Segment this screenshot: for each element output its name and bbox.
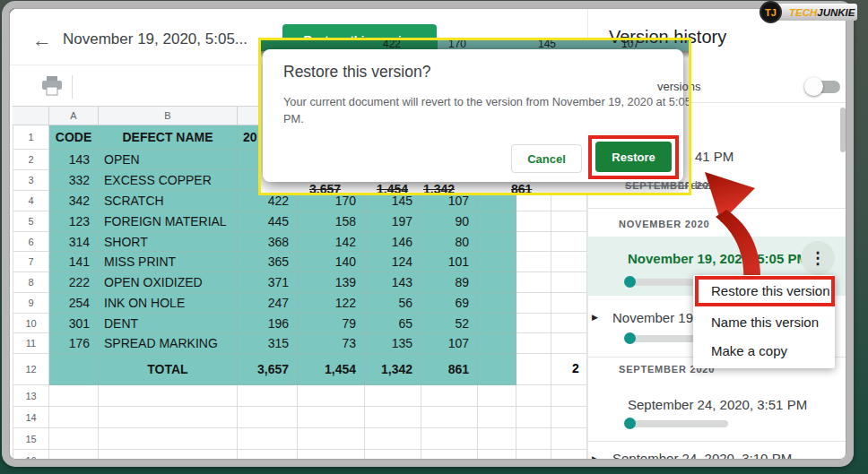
grid-cell[interactable]: 65	[365, 314, 421, 333]
grid-cell[interactable]: OPEN OXIDIZED	[99, 272, 238, 293]
grid-cell[interactable]: 176	[49, 333, 99, 354]
grid-cell[interactable]	[99, 385, 238, 407]
grid-cell[interactable]	[551, 293, 587, 314]
grid-cell[interactable]	[478, 354, 516, 385]
grid-cell[interactable]	[478, 211, 516, 232]
grid-cell[interactable]	[478, 428, 516, 450]
grid-cell[interactable]: 69	[421, 293, 478, 314]
menu-item-name-this-version[interactable]: Name this version	[711, 315, 819, 330]
grid-cell[interactable]: DENT	[99, 314, 238, 333]
grid-cell[interactable]	[421, 450, 478, 471]
grid-cell[interactable]: 140	[298, 252, 365, 272]
grid-cell[interactable]	[551, 407, 587, 428]
grid-cell[interactable]	[551, 232, 587, 252]
grid-cell[interactable]	[49, 428, 99, 450]
grid-cell[interactable]	[551, 333, 587, 354]
grid-cell[interactable]: 158	[298, 211, 365, 232]
grid-cell[interactable]: 143	[365, 272, 421, 293]
grid-cell[interactable]	[551, 272, 587, 293]
grid-cell[interactable]: 73	[298, 333, 365, 354]
grid-cell[interactable]	[49, 407, 99, 428]
row-header[interactable]: 12	[13, 354, 49, 385]
row-header[interactable]: 13	[13, 385, 49, 407]
row-header[interactable]: 1	[13, 125, 49, 150]
grid-cell[interactable]	[238, 407, 298, 428]
grid-cell[interactable]	[551, 428, 587, 450]
grid-cell[interactable]	[516, 428, 551, 450]
grid-cell[interactable]	[551, 211, 587, 232]
grid-cell[interactable]: FOREIGN MATERIAL	[99, 211, 238, 232]
toggle-knob[interactable]	[804, 77, 823, 96]
grid-cell[interactable]: 365	[238, 252, 298, 272]
grid-cell[interactable]: 142	[298, 232, 365, 252]
grid-cell[interactable]: CODE	[49, 125, 99, 150]
grid-cell[interactable]: 90	[421, 211, 478, 232]
grid-cell[interactable]: 196	[238, 314, 298, 333]
grid-cell[interactable]	[516, 333, 551, 354]
back-arrow-icon[interactable]: ←	[32, 29, 52, 52]
grid-cell[interactable]	[516, 232, 551, 252]
grid-cell[interactable]: 301	[49, 314, 99, 333]
grid-cell[interactable]: DEFECT NAME	[99, 125, 238, 150]
row-header[interactable]: 10	[13, 314, 49, 333]
grid-cell[interactable]	[516, 211, 551, 232]
grid-cell[interactable]: 89	[421, 272, 478, 293]
grid-corner[interactable]	[13, 106, 49, 125]
grid-cell[interactable]	[99, 450, 238, 471]
grid-cell[interactable]	[478, 333, 516, 354]
version-slider-track[interactable]	[629, 420, 728, 427]
grid-cell[interactable]: EXCESS COPPER	[99, 170, 238, 191]
grid-cell[interactable]	[49, 354, 99, 385]
grid-cell[interactable]	[238, 385, 298, 407]
grid-cell[interactable]	[421, 385, 478, 407]
grid-cell[interactable]: 135	[365, 333, 421, 354]
grid-cell[interactable]: 1,454	[298, 354, 365, 385]
grid-cell[interactable]	[49, 385, 99, 407]
row-header[interactable]: 16	[13, 450, 49, 471]
grid-cell[interactable]	[365, 450, 421, 471]
grid-cell[interactable]	[516, 450, 551, 471]
grid-cell[interactable]: OPEN	[99, 150, 238, 170]
row-header[interactable]: 3	[13, 170, 49, 191]
grid-cell[interactable]: SHORT	[99, 232, 238, 252]
grid-cell[interactable]	[365, 385, 421, 407]
row-header[interactable]: 7	[13, 252, 49, 272]
printer-icon[interactable]	[41, 76, 63, 99]
grid-cell[interactable]	[238, 450, 298, 471]
grid-cell[interactable]	[551, 314, 587, 333]
menu-item-make-a-copy[interactable]: Make a copy	[711, 343, 787, 358]
grid-cell[interactable]: 254	[49, 293, 99, 314]
grid-cell[interactable]: 314	[49, 232, 99, 252]
grid-cell[interactable]: 315	[238, 333, 298, 354]
grid-cell[interactable]: 146	[365, 232, 421, 252]
grid-cell[interactable]: 445	[238, 211, 298, 232]
grid-cell[interactable]	[298, 407, 365, 428]
grid-cell[interactable]	[298, 385, 365, 407]
grid-cell[interactable]	[478, 450, 516, 471]
grid-cell[interactable]	[99, 407, 238, 428]
grid-cell[interactable]: MISS PRINT	[99, 252, 238, 272]
version-slider-dot[interactable]	[624, 332, 636, 344]
grid-cell[interactable]: 80	[421, 232, 478, 252]
row-header[interactable]: 9	[13, 293, 49, 314]
grid-cell[interactable]	[516, 407, 551, 428]
cancel-button[interactable]: Cancel	[511, 144, 582, 173]
grid-cell[interactable]: 1,342	[365, 354, 421, 385]
grid-cell[interactable]	[516, 272, 551, 293]
grid-cell[interactable]: 371	[238, 272, 298, 293]
grid-cell[interactable]: 107	[421, 333, 478, 354]
grid-cell[interactable]	[516, 252, 551, 272]
grid-cell[interactable]: TOTAL	[99, 354, 238, 385]
version-options-button[interactable]: ⋮	[801, 241, 835, 275]
grid-cell[interactable]: 222	[49, 272, 99, 293]
version-slider-dot[interactable]	[624, 418, 636, 429]
grid-cell[interactable]: INK ON HOLE	[99, 293, 238, 314]
grid-cell[interactable]: 143	[49, 150, 99, 170]
grid-cell[interactable]: 141	[49, 252, 99, 272]
grid-cell[interactable]	[551, 450, 587, 471]
expand-triangle-icon[interactable]: ▶	[592, 454, 598, 463]
grid-cell[interactable]	[49, 450, 99, 471]
grid-cell[interactable]	[478, 385, 516, 407]
menu-item-restore-this-version[interactable]: Restore this version	[711, 283, 830, 298]
grid-cell[interactable]: 52	[421, 314, 478, 333]
